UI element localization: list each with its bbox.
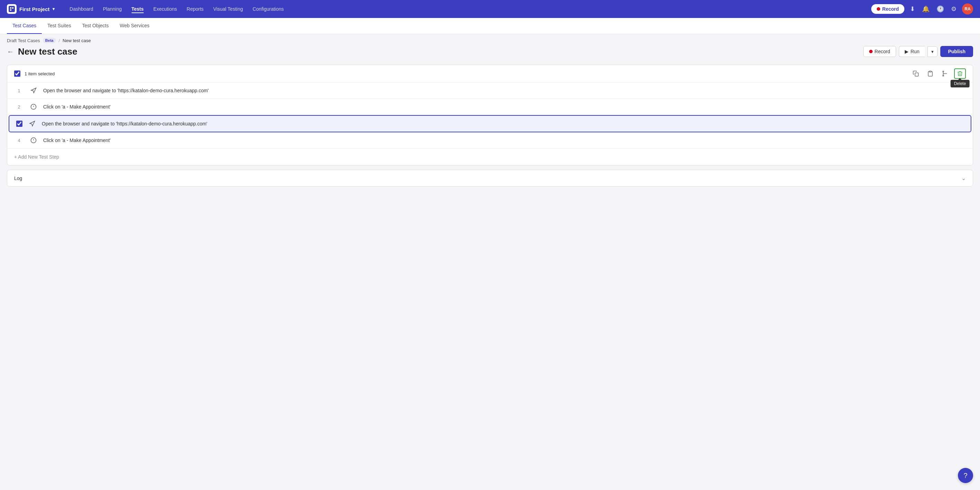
nav-configurations[interactable]: Configurations xyxy=(253,5,283,13)
svg-rect-1 xyxy=(915,73,918,77)
table-row: Open the browser and navigate to 'https:… xyxy=(9,115,971,132)
publish-button[interactable]: Publish xyxy=(940,46,973,57)
paste-button[interactable] xyxy=(925,69,935,78)
svg-point-4 xyxy=(943,71,944,72)
page-header-left: ← New test case xyxy=(7,46,77,57)
step-number: 4 xyxy=(14,138,24,143)
avatar[interactable]: RA xyxy=(962,3,973,14)
step-description: Click on 'a - Make Appointment' xyxy=(43,104,966,110)
tab-web-services[interactable]: Web Services xyxy=(114,18,155,34)
record-button-nav[interactable]: Record xyxy=(871,4,904,14)
bell-icon[interactable]: 🔔 xyxy=(921,4,931,14)
nav-actions: Record ⬇ 🔔 🕐 ⚙ RA xyxy=(871,3,973,14)
log-card: Log ⌄ xyxy=(7,170,973,187)
svg-marker-9 xyxy=(30,121,35,126)
nav-reports[interactable]: Reports xyxy=(187,5,204,13)
navigate-icon xyxy=(29,88,38,94)
click-icon xyxy=(29,104,38,110)
settings-icon[interactable]: ⚙ xyxy=(950,4,958,14)
run-button[interactable]: ▶ Run xyxy=(899,46,925,57)
beta-badge: Beta xyxy=(43,38,56,43)
copy-button[interactable] xyxy=(911,69,921,78)
step-number: 1 xyxy=(14,88,24,93)
brand-logo-area[interactable]: First Project ▾ xyxy=(7,4,54,14)
top-navigation: First Project ▾ Dashboard Planning Tests… xyxy=(0,0,980,18)
svg-marker-7 xyxy=(31,88,36,93)
delete-tooltip-wrapper: Delete xyxy=(954,69,966,79)
page-title: New test case xyxy=(18,46,77,57)
table-row: 1 Open the browser and navigate to 'http… xyxy=(7,83,973,99)
nav-visual-testing[interactable]: Visual Testing xyxy=(213,5,243,13)
record-label-nav: Record xyxy=(882,6,899,12)
tab-test-objects[interactable]: Test Objects xyxy=(77,18,114,34)
nav-dashboard[interactable]: Dashboard xyxy=(70,5,94,13)
breadcrumb: Draft Test Cases Beta / New test case xyxy=(0,34,980,43)
click-icon xyxy=(29,137,38,144)
run-play-icon: ▶ xyxy=(905,49,908,54)
navigate-icon xyxy=(28,121,36,127)
sub-navigation: Test Cases Test Suites Test Objects Web … xyxy=(0,18,980,34)
main-content: 1 item selected Delete 1 Open xyxy=(0,61,980,193)
page-header-right: Record ▶ Run ▾ Publish xyxy=(863,46,973,57)
breadcrumb-current: New test case xyxy=(62,38,91,43)
run-chevron-button[interactable]: ▾ xyxy=(928,46,937,57)
main-nav: Dashboard Planning Tests Executions Repo… xyxy=(70,5,863,13)
back-button[interactable]: ← xyxy=(7,48,14,56)
download-icon[interactable]: ⬇ xyxy=(908,4,916,14)
history-icon[interactable]: 🕐 xyxy=(935,4,945,14)
page-header: ← New test case Record ▶ Run ▾ Publish xyxy=(0,43,980,61)
tab-test-suites[interactable]: Test Suites xyxy=(42,18,76,34)
step-description: Open the browser and navigate to 'https:… xyxy=(42,121,964,126)
nav-planning[interactable]: Planning xyxy=(103,5,122,13)
tab-test-cases[interactable]: Test Cases xyxy=(7,18,42,34)
step-description: Click on 'a - Make Appointment' xyxy=(43,137,966,143)
step-number: 2 xyxy=(14,104,24,110)
brand-name: First Project xyxy=(19,6,50,12)
cut-button[interactable] xyxy=(940,69,950,78)
svg-rect-0 xyxy=(9,6,15,12)
record-dot-nav xyxy=(877,7,880,11)
delete-tooltip: Delete xyxy=(951,80,970,88)
test-steps-card: 1 item selected Delete 1 Open xyxy=(7,65,973,166)
select-all-checkbox[interactable] xyxy=(14,70,21,77)
steps-toolbar: 1 item selected Delete xyxy=(7,65,973,83)
breadcrumb-draft: Draft Test Cases xyxy=(7,38,40,43)
run-label: Run xyxy=(911,49,920,54)
log-header[interactable]: Log ⌄ xyxy=(7,170,973,186)
table-row: 4 Click on 'a - Make Appointment' xyxy=(7,132,973,148)
nav-executions[interactable]: Executions xyxy=(153,5,177,13)
svg-point-3 xyxy=(943,75,944,77)
brand-logo xyxy=(7,4,17,14)
add-new-test-step-button[interactable]: + Add New Test Step xyxy=(7,148,973,165)
step-checkbox[interactable] xyxy=(16,121,22,127)
nav-tests[interactable]: Tests xyxy=(132,5,144,13)
breadcrumb-separator: / xyxy=(59,38,60,43)
step-description: Open the browser and navigate to 'https:… xyxy=(43,88,966,93)
record-button-page[interactable]: Record xyxy=(863,46,896,57)
log-chevron-icon: ⌄ xyxy=(961,175,966,181)
svg-rect-2 xyxy=(929,71,931,72)
record-label-page: Record xyxy=(875,49,890,54)
brand-chevron: ▾ xyxy=(52,6,54,11)
selected-count-label: 1 item selected xyxy=(24,71,907,77)
log-title: Log xyxy=(14,176,22,181)
record-dot-page xyxy=(869,50,873,53)
table-row: 2 Click on 'a - Make Appointment' xyxy=(7,99,973,115)
